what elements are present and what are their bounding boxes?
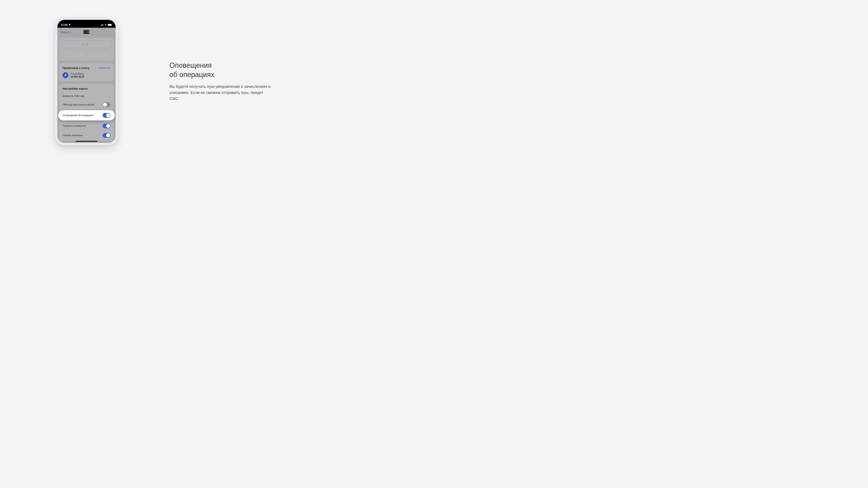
info-heading: Оповещения об операциях: [169, 61, 272, 79]
mastercard-icon: [87, 31, 89, 33]
svg-rect-3: [103, 24, 103, 26]
card-details-panel: ···· ···· ···· 5018 ·· / ·· ···: [59, 38, 114, 61]
pin-on-payment-toggle[interactable]: [102, 102, 111, 107]
change-pin-label: Изменить ПИН-код: [63, 95, 84, 97]
status-time: 11:00: [61, 23, 67, 26]
card-settings-panel: Настройки карты Изменить ПИН-код › ПИН-к…: [59, 84, 114, 141]
close-button[interactable]: Закрыть: [60, 30, 71, 34]
ruble-icon: ₽: [63, 72, 68, 78]
phone-notch: [72, 20, 101, 25]
change-pin-row[interactable]: Изменить ПИН-код ›: [59, 92, 114, 100]
content-scroll[interactable]: ···· ···· ···· 5018 ·· / ·· ··· Привязан…: [57, 36, 116, 143]
transaction-notifications-label: Оповещения об операциях: [63, 114, 93, 117]
account-row[interactable]: ₽ Tinkoff Black 10 957,92 ₽: [63, 72, 111, 78]
cash-withdrawal-toggle[interactable]: [102, 133, 111, 138]
account-balance: 10 957,92 ₽: [70, 75, 84, 78]
phone-screen: 11:00 Закрыть ·: [57, 20, 116, 143]
cash-withdrawal-row[interactable]: Снятие наличных: [59, 131, 114, 140]
info-body: Вы будете получать пуш-уведомления о зач…: [169, 84, 272, 102]
change-account-button[interactable]: Изменить: [99, 66, 111, 69]
svg-rect-0: [101, 25, 101, 26]
transaction-notifications-row[interactable]: Оповещения об операциях: [58, 110, 115, 121]
online-purchases-toggle[interactable]: [102, 124, 111, 128]
card-cvv-field[interactable]: ···: [88, 50, 111, 58]
svg-rect-1: [101, 25, 102, 26]
svg-rect-6: [112, 24, 112, 25]
chevron-right-icon: ›: [110, 95, 111, 98]
pin-on-payment-label: ПИН-код при оплате картой: [63, 103, 94, 106]
info-panel: Оповещения об операциях Вы будете получа…: [169, 61, 272, 102]
cellular-icon: [101, 23, 103, 26]
home-indicator[interactable]: [76, 141, 97, 142]
phone-device: 11:00 Закрыть ·: [55, 18, 118, 145]
card-expiry-field[interactable]: ·· / ··: [62, 50, 86, 58]
linked-account-title: Привязана к счету: [63, 66, 89, 69]
battery-icon: [108, 24, 112, 26]
svg-rect-2: [102, 24, 102, 26]
cash-withdrawal-label: Снятие наличных: [63, 134, 83, 137]
app-header: Закрыть: [57, 28, 116, 36]
online-purchases-row[interactable]: Покупки в интернете: [59, 121, 114, 131]
card-thumbnail[interactable]: [84, 30, 89, 34]
wifi-icon: [104, 23, 107, 26]
location-icon: [68, 23, 71, 26]
pin-on-payment-row[interactable]: ПИН-код при оплате картой: [59, 100, 114, 109]
online-purchases-label: Покупки в интернете: [63, 125, 86, 127]
app-content: Закрыть ···· ···· ···· 5018 ·· / ·· ···: [57, 28, 116, 143]
svg-rect-5: [108, 24, 111, 26]
card-number-field[interactable]: ···· ···· ···· 5018: [62, 40, 111, 48]
account-name: Tinkoff Black: [70, 72, 84, 75]
linked-account-panel: Привязана к счету Изменить ₽ Tinkoff Bla…: [59, 63, 114, 82]
transaction-notifications-toggle[interactable]: [102, 113, 111, 118]
card-settings-title: Настройки карты: [59, 87, 114, 92]
